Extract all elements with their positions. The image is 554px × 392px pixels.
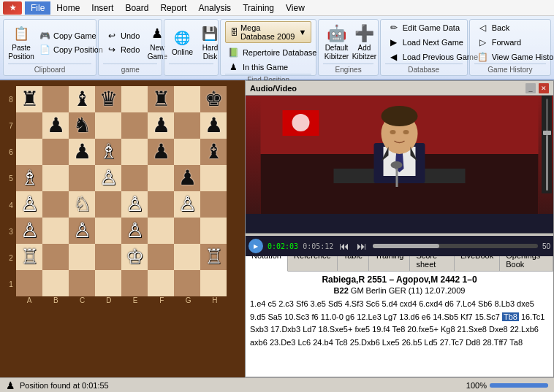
square-33[interactable] — [42, 191, 69, 218]
square-35[interactable] — [95, 191, 121, 218]
square-51[interactable] — [95, 244, 121, 270]
square-10[interactable]: ♞ — [69, 112, 95, 139]
mega-database-button[interactable]: 🗄 Mega Database 2009 ▼ — [225, 21, 312, 43]
square-31[interactable] — [200, 165, 227, 191]
square-17[interactable] — [42, 139, 69, 165]
square-12[interactable] — [121, 112, 148, 139]
square-40[interactable]: ♙ — [16, 218, 42, 244]
square-62[interactable] — [174, 270, 200, 296]
office-button[interactable]: ★ — [3, 1, 22, 15]
menu-home[interactable]: Home — [50, 1, 86, 15]
square-25[interactable] — [42, 165, 69, 191]
square-63[interactable] — [200, 270, 227, 296]
square-61[interactable] — [148, 270, 174, 296]
chess-board[interactable]: ♜♝♛♜♚♟♞♟♟♟♗♟♝♗♙♟♙♘♙♙♙♙♙♖♔♖ — [16, 86, 228, 296]
menu-file[interactable]: File — [25, 1, 50, 15]
edit-game-data-button[interactable]: ✏ Edit Game Data — [385, 21, 463, 34]
in-this-game-button[interactable]: ♟ In this Game — [225, 61, 291, 74]
square-29[interactable] — [148, 165, 174, 191]
square-47[interactable] — [200, 218, 227, 244]
square-41[interactable] — [42, 218, 69, 244]
square-45[interactable] — [148, 218, 174, 244]
square-3[interactable]: ♛ — [95, 86, 121, 112]
square-15[interactable]: ♟ — [200, 112, 227, 139]
square-53[interactable] — [148, 244, 174, 270]
video-close-button[interactable]: ✕ — [539, 83, 549, 93]
volume-slider[interactable] — [542, 96, 552, 193]
menu-report[interactable]: Report — [154, 1, 192, 15]
square-16[interactable] — [16, 139, 42, 165]
square-5[interactable]: ♜ — [148, 86, 174, 112]
square-19[interactable]: ♗ — [95, 139, 121, 165]
square-7[interactable]: ♚ — [200, 86, 227, 112]
square-54[interactable] — [174, 244, 200, 270]
square-42[interactable]: ♙ — [69, 218, 95, 244]
square-60[interactable] — [121, 270, 148, 296]
menu-board[interactable]: Board — [119, 1, 154, 15]
menu-training[interactable]: Training — [237, 1, 280, 15]
square-34[interactable]: ♘ — [69, 191, 95, 218]
square-14[interactable] — [174, 112, 200, 139]
redo-button[interactable]: ↪ Redo — [103, 43, 143, 56]
square-13[interactable]: ♟ — [148, 112, 174, 139]
square-2[interactable]: ♝ — [69, 86, 95, 112]
square-44[interactable]: ♙ — [121, 218, 148, 244]
menu-analysis[interactable]: Analysis — [192, 1, 237, 15]
menu-insert[interactable]: Insert — [86, 1, 119, 15]
square-26[interactable] — [69, 165, 95, 191]
square-46[interactable] — [174, 218, 200, 244]
view-game-history-button[interactable]: 📋 View Game History — [474, 50, 554, 64]
play-button[interactable]: ▶ — [248, 239, 263, 253]
square-38[interactable]: ♙ — [174, 191, 200, 218]
square-49[interactable] — [42, 244, 69, 270]
square-59[interactable] — [95, 270, 121, 296]
square-58[interactable] — [69, 270, 95, 296]
square-23[interactable]: ♝ — [200, 139, 227, 165]
square-22[interactable] — [174, 139, 200, 165]
square-43[interactable] — [95, 218, 121, 244]
square-37[interactable] — [148, 191, 174, 218]
load-prev-game-button[interactable]: ◀ Load Previous Game — [385, 50, 481, 64]
square-4[interactable] — [121, 86, 148, 112]
square-6[interactable] — [174, 86, 200, 112]
square-55[interactable]: ♖ — [200, 244, 227, 270]
video-progress-bar[interactable] — [373, 244, 538, 248]
square-39[interactable] — [200, 191, 227, 218]
square-27[interactable]: ♙ — [95, 165, 121, 191]
square-32[interactable]: ♙ — [16, 191, 42, 218]
square-24[interactable]: ♗ — [16, 165, 42, 191]
square-56[interactable] — [16, 270, 42, 296]
square-9[interactable]: ♟ — [42, 112, 69, 139]
square-36[interactable]: ♙ — [121, 191, 148, 218]
repertoire-db-button[interactable]: 📗 Repertoire Database — [225, 46, 320, 59]
square-50[interactable] — [69, 244, 95, 270]
square-30[interactable]: ♟ — [174, 165, 200, 191]
copy-position-button[interactable]: 📄 Copy Position — [36, 43, 106, 56]
back-button[interactable]: ◁ Back — [474, 21, 512, 34]
online-button[interactable]: 🌐 Online — [169, 26, 195, 58]
video-minimize-button[interactable]: _ — [525, 83, 536, 93]
menu-view[interactable]: View — [280, 1, 311, 15]
volume-thumb[interactable] — [543, 131, 551, 135]
add-kibitzer-button[interactable]: ➕ AddKibitzer — [351, 22, 377, 63]
square-8[interactable] — [16, 112, 42, 139]
square-11[interactable] — [95, 112, 121, 139]
skip-button[interactable]: ⏭ — [355, 239, 368, 253]
zoom-bar[interactable] — [490, 383, 548, 388]
square-20[interactable] — [121, 139, 148, 165]
paste-position-button[interactable]: 📋 PastePosition — [8, 22, 34, 63]
square-57[interactable] — [42, 270, 69, 296]
square-21[interactable]: ♟ — [148, 139, 174, 165]
square-52[interactable]: ♔ — [121, 244, 148, 270]
square-28[interactable] — [121, 165, 148, 191]
square-18[interactable]: ♟ — [69, 139, 95, 165]
undo-button[interactable]: ↩ Undo — [103, 29, 143, 42]
forward-button[interactable]: ▷ Forward — [474, 36, 524, 49]
copy-game-button[interactable]: 🎮 Copy Game — [36, 29, 106, 42]
load-next-game-button[interactable]: ▶ Load Next Game — [385, 36, 466, 49]
square-1[interactable] — [42, 86, 69, 112]
square-48[interactable]: ♖ — [16, 244, 42, 270]
square-0[interactable]: ♜ — [16, 86, 42, 112]
rewind-button[interactable]: ⏮ — [338, 239, 351, 253]
default-kibitzer-button[interactable]: 🤖 DefaultKibitzer — [323, 22, 349, 63]
